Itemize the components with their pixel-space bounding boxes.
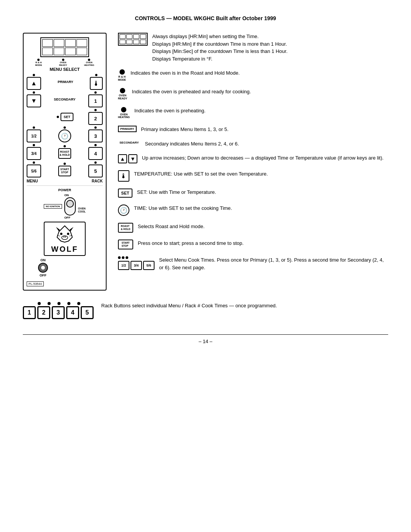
desc-rh-mode: R & HMODE Indicates the oven is in the R…	[118, 69, 388, 81]
frac-dots-row	[118, 256, 128, 259]
on-off-toggle[interactable]	[38, 263, 48, 273]
half-icon: 1/2	[118, 261, 129, 270]
desc-rh-text: Indicates the oven is in the Roast and H…	[131, 69, 388, 77]
display-cell-5	[42, 48, 53, 55]
rack-btn-4[interactable]: 4	[66, 306, 79, 319]
dot-clock	[64, 126, 66, 129]
desc-set: SET SET: Use with Time or Temperature.	[118, 189, 388, 198]
oven-heating-indicator: OVENHEATING	[84, 59, 94, 66]
num5-btn[interactable]: 5	[88, 165, 103, 177]
svg-point-4	[67, 233, 69, 235]
set-btn[interactable]: SET	[61, 113, 73, 121]
pl-number: PL-53544	[27, 281, 44, 286]
desc-oven-ready: OVENREADY Indicates the oven is preheate…	[118, 88, 388, 100]
oven-cool-label: OVENCOOL	[78, 207, 86, 214]
up-arrow-btn[interactable]: ▲	[27, 77, 41, 90]
rack-section: 1 2 3 4 5 Rack Buttons select individual…	[23, 302, 388, 319]
desc-set-text: SET: Use with Time or Temperature.	[137, 189, 388, 196]
half-btn[interactable]: 1/2	[27, 129, 41, 142]
secondary-row: ▼ SECONDARY 1	[27, 91, 103, 107]
frac-btns-row: 1/2 3/4 5/6	[118, 261, 155, 270]
start-stop-icon-label: STARTSTOP	[118, 240, 133, 249]
secondary-label: SECONDARY	[54, 97, 75, 101]
desc-primary-icon: PRIMARY	[118, 126, 137, 132]
primary-label: PRIMARY	[57, 80, 73, 84]
oven-ready-circle-icon	[120, 88, 125, 93]
roast-hold-btn[interactable]: ROAST& HOLD	[58, 148, 71, 159]
dot-3	[94, 126, 97, 129]
start-stop-btn[interactable]: STARTSTOP	[58, 166, 71, 176]
desc-time-text: TIME: Use with SET to set the cooking Ti…	[134, 204, 388, 212]
desc-secondary-icon: SECONDARY	[118, 140, 140, 145]
svg-point-3	[60, 233, 62, 235]
num1-btn[interactable]: 1	[88, 94, 103, 107]
no-ignition-btn[interactable]: NO IGNITION	[44, 204, 62, 209]
threefour-btn[interactable]: 3/4	[27, 147, 41, 160]
power-on-label: ON	[64, 193, 69, 197]
desc-rh-icon: R & HMODE	[118, 69, 126, 81]
num4-btn[interactable]: 4	[88, 147, 103, 160]
display-grid-icon	[118, 33, 148, 46]
dot-primary-right	[95, 74, 97, 76]
rack-buttons-container: 1 2 3 4 5	[23, 302, 94, 319]
toggle-inner	[41, 266, 45, 270]
desc-display-text: Always displays [HR:Min] when setting th…	[152, 33, 388, 62]
power-label: POWER	[27, 188, 103, 192]
desc-oven-heating: OVENHEATING Indicates the oven is prehea…	[118, 107, 388, 119]
fivesix-btn[interactable]: 5/6	[27, 165, 41, 177]
oven-ready-dot	[62, 59, 64, 61]
dot-half	[33, 126, 35, 129]
wolf-brand-text: WOLF	[51, 245, 78, 254]
desc-display: Always displays [HR:Min] when setting th…	[118, 33, 388, 62]
page-footer: – 14 –	[23, 334, 388, 344]
oven-heating-dot	[88, 59, 90, 61]
desc-start-stop-text: Press once to start; press a second time…	[138, 240, 388, 247]
desc-temp-icon: 🌡	[118, 170, 129, 182]
time-btn[interactable]: 🕐	[58, 129, 71, 142]
rh-circle-icon	[119, 69, 125, 75]
frac-row-1: 1/2 🕐 3	[27, 126, 103, 142]
top-indicator-labels: R & HMODE OVENREADY OVENHEATING	[27, 59, 103, 66]
power-switch-knob	[66, 200, 74, 208]
rack-description: Rack Buttons select individual Menu / Ra…	[101, 302, 388, 310]
dot-secondary-left	[33, 91, 35, 94]
thermometer-icon: 🌡	[118, 170, 129, 182]
num2-btn[interactable]: 2	[88, 112, 103, 125]
desc-secondary-text: Secondary indicates Menu Items 2, 4, or …	[145, 140, 388, 148]
descriptions-section: Always displays [HR:Min] when setting th…	[118, 33, 388, 271]
down-arrow-icon: ▼	[128, 154, 137, 163]
wolf-head-svg	[51, 224, 78, 245]
primary-row: ▲ PRIMARY 🌡	[27, 74, 103, 90]
desc-temp-text: TEMPERATURE: Use with SET to set the ove…	[134, 170, 388, 178]
main-content: R & HMODE OVENREADY OVENHEATING MENU SEL…	[23, 33, 388, 291]
dot-2	[94, 109, 97, 111]
temp-btn[interactable]: 🌡	[90, 77, 103, 90]
dot-4	[94, 144, 97, 146]
desc-arrows-icon: ▲ ▼	[118, 154, 137, 163]
power-switch[interactable]	[64, 197, 76, 216]
page-container: CONTROLS — MODEL WKGHC Built after Octob…	[23, 15, 388, 344]
rack-dots-row	[36, 302, 80, 305]
frac-row-2: 3/4 ROAST& HOLD 4	[27, 144, 103, 160]
primary-icon-label: PRIMARY	[118, 126, 137, 132]
rack-btns-row: 1 2 3 4 5	[23, 306, 94, 319]
svg-point-7	[65, 236, 66, 238]
display-cell-8	[76, 48, 87, 55]
rack-btn-2[interactable]: 2	[37, 306, 50, 319]
dot-secondary-right	[94, 91, 97, 94]
num3-btn[interactable]: 3	[88, 129, 103, 142]
control-panel-diagram: R & HMODE OVENREADY OVENHEATING MENU SEL…	[23, 33, 107, 291]
down-arrow-btn[interactable]: ▼	[27, 94, 41, 107]
dot-56	[33, 161, 35, 164]
menu-label: MENU	[27, 179, 38, 183]
threefour-icon: 3/4	[131, 261, 142, 270]
rack-btn-1[interactable]: 1	[23, 306, 36, 319]
dot-roast	[64, 145, 66, 147]
rack-btn-5[interactable]: 5	[81, 306, 94, 319]
display-cell-6	[54, 48, 64, 55]
rack-btn-3[interactable]: 3	[52, 306, 65, 319]
power-section: POWER NO IGNITION ON OFF OVENCOOL	[27, 185, 103, 219]
rh-indicator-dot	[37, 59, 40, 61]
fivesix-icon: 5/6	[143, 261, 155, 270]
rack-label: RACK	[92, 179, 103, 183]
